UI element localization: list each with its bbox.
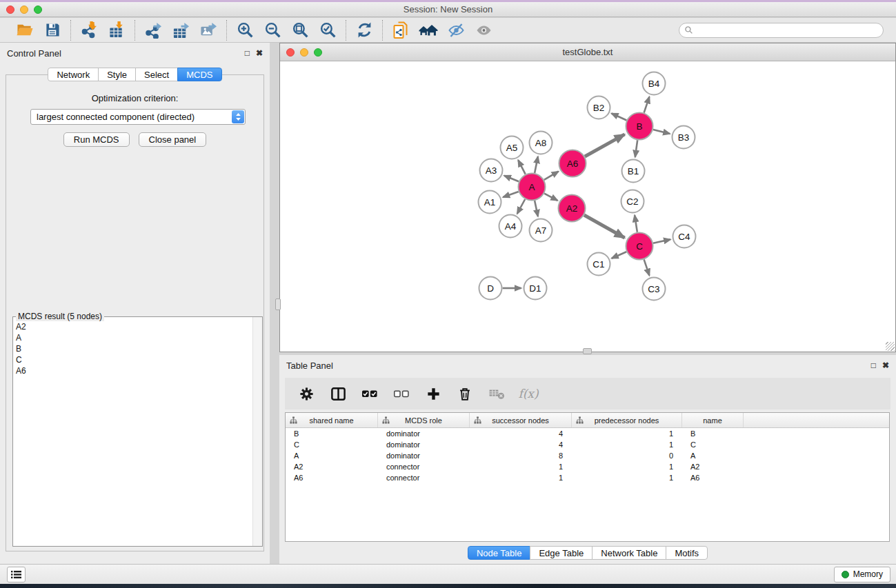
delete-column-button[interactable] — [452, 381, 478, 406]
edge-C-C3[interactable] — [644, 259, 650, 275]
network-from-selection-button[interactable] — [389, 20, 412, 41]
node-C3[interactable]: C3 — [643, 278, 666, 301]
edge-B-B3[interactable] — [653, 130, 670, 134]
node-D1[interactable]: D1 — [524, 277, 547, 300]
close-table-panel-icon[interactable]: ✖ — [882, 361, 889, 369]
table-cell[interactable]: A2 — [286, 463, 378, 471]
table-cell[interactable]: A2 — [682, 463, 744, 471]
table-cell[interactable]: A6 — [286, 474, 378, 482]
float-table-panel-icon[interactable]: □ — [871, 361, 876, 369]
edge-A-A5[interactable] — [518, 160, 525, 174]
tab-edge-table[interactable]: Edge Table — [530, 546, 593, 560]
table-settings-button[interactable] — [293, 381, 319, 406]
export-network-button[interactable] — [141, 20, 165, 41]
add-column-button[interactable] — [420, 381, 446, 406]
edge-A-A2[interactable] — [544, 194, 557, 201]
node-A[interactable]: A — [519, 174, 546, 201]
table-cell[interactable]: B — [682, 429, 744, 438]
tab-network[interactable]: Network — [48, 68, 99, 81]
edge-A-A7[interactable] — [535, 201, 538, 216]
table-cell[interactable]: 1 — [470, 474, 572, 482]
table-cell[interactable]: dominator — [378, 452, 470, 460]
import-network-button[interactable] — [77, 20, 101, 41]
search-field[interactable] — [679, 23, 884, 38]
table-cell[interactable]: 0 — [572, 452, 682, 460]
table-cell[interactable]: dominator — [378, 440, 470, 449]
table-row[interactable]: A6connector11A6 — [286, 472, 889, 483]
criterion-dropdown[interactable]: largest connected component (directed) — [30, 109, 246, 125]
table-row[interactable]: Adominator80A — [286, 450, 889, 461]
zoom-fit-button[interactable] — [288, 20, 312, 41]
column-header-shared-name[interactable]: shared name — [286, 413, 378, 427]
edge-A6-B[interactable] — [585, 134, 625, 156]
node-A8[interactable]: A8 — [530, 132, 552, 154]
node-C1[interactable]: C1 — [588, 253, 610, 276]
node-A2[interactable]: A2 — [559, 195, 586, 222]
mcds-result-list[interactable]: A2ABCA6 — [13, 317, 262, 546]
edge-C-C4[interactable] — [653, 239, 670, 243]
zoom-out-button[interactable] — [261, 20, 284, 41]
open-session-button[interactable] — [13, 20, 37, 41]
table-cell[interactable]: connector — [378, 463, 470, 471]
node-A5[interactable]: A5 — [501, 136, 524, 159]
split-view-button[interactable] — [325, 381, 351, 406]
table-cell[interactable]: 1 — [572, 463, 682, 471]
memory-button[interactable]: Memory — [834, 567, 890, 582]
float-panel-icon[interactable]: □ — [245, 49, 250, 57]
node-A3[interactable]: A3 — [480, 159, 503, 182]
edge-A-A4[interactable] — [517, 199, 525, 214]
table-cell[interactable]: 4 — [470, 440, 572, 449]
column-header-MCDS-role[interactable]: MCDS role — [378, 413, 470, 427]
table-cell[interactable]: B — [286, 429, 378, 438]
node-C2[interactable]: C2 — [621, 190, 644, 213]
column-header-predecessor-nodes[interactable]: predecessor nodes — [572, 413, 682, 427]
edge-B-B2[interactable] — [612, 114, 627, 121]
mcds-result-item[interactable]: A — [13, 332, 262, 343]
edge-A2-C[interactable] — [584, 215, 625, 238]
network-window-titlebar[interactable]: testGlobe.txt — [280, 43, 895, 61]
table-cell[interactable]: 4 — [470, 429, 572, 438]
node-C4[interactable]: C4 — [673, 225, 696, 248]
zoom-selected-button[interactable] — [316, 20, 339, 41]
network-canvas[interactable]: B4B2BB3A5A8A6B1A3AC2A1A2A4A7C4CC1C3DD1 — [280, 62, 895, 352]
export-table-button[interactable] — [169, 20, 192, 41]
mcds-result-item[interactable]: A2 — [13, 321, 262, 332]
run-mcds-button[interactable]: Run MCDS — [63, 132, 130, 147]
status-menu-button[interactable] — [7, 567, 26, 582]
column-header-successor-nodes[interactable]: successor nodes — [470, 413, 572, 427]
horizontal-split-grip[interactable] — [583, 348, 592, 354]
table-row[interactable]: Cdominator41C — [286, 439, 889, 450]
edge-A-A6[interactable] — [544, 172, 559, 180]
select-all-button[interactable] — [357, 381, 383, 406]
tab-motifs[interactable]: Motifs — [666, 546, 708, 560]
table-cell[interactable]: 8 — [470, 452, 572, 460]
mcds-result-scrollbar[interactable] — [252, 317, 262, 546]
column-header-name[interactable]: name — [682, 413, 744, 427]
node-D[interactable]: D — [479, 277, 502, 300]
node-B1[interactable]: B1 — [622, 160, 645, 183]
tab-network-table[interactable]: Network Table — [592, 546, 666, 560]
edge-C-C2[interactable] — [635, 215, 637, 232]
node-A1[interactable]: A1 — [479, 191, 501, 214]
node-A4[interactable]: A4 — [499, 215, 522, 238]
search-input[interactable] — [693, 24, 883, 37]
table-cell[interactable]: 1 — [572, 429, 682, 438]
node-B[interactable]: B — [626, 113, 653, 140]
tab-style[interactable]: Style — [98, 68, 136, 81]
table-cell[interactable]: A — [286, 452, 378, 460]
tab-select[interactable]: Select — [135, 68, 178, 81]
mcds-result-item[interactable]: A6 — [13, 365, 262, 376]
table-row[interactable]: A2connector11A2 — [286, 461, 889, 472]
window-resize-grip[interactable] — [886, 342, 895, 351]
panel-divider-grip[interactable] — [275, 298, 281, 310]
edge-A-A8[interactable] — [535, 156, 538, 173]
table-cell[interactable]: 1 — [572, 474, 682, 482]
table-cell[interactable]: C — [682, 440, 744, 449]
edge-A-A1[interactable] — [503, 192, 518, 197]
edge-B-B1[interactable] — [635, 140, 637, 156]
table-cell[interactable]: A6 — [682, 474, 744, 482]
export-image-button[interactable] — [197, 20, 220, 41]
hide-graphics-details-button[interactable] — [444, 20, 468, 41]
tab-node-table[interactable]: Node Table — [468, 546, 531, 560]
save-session-button[interactable] — [41, 20, 64, 41]
